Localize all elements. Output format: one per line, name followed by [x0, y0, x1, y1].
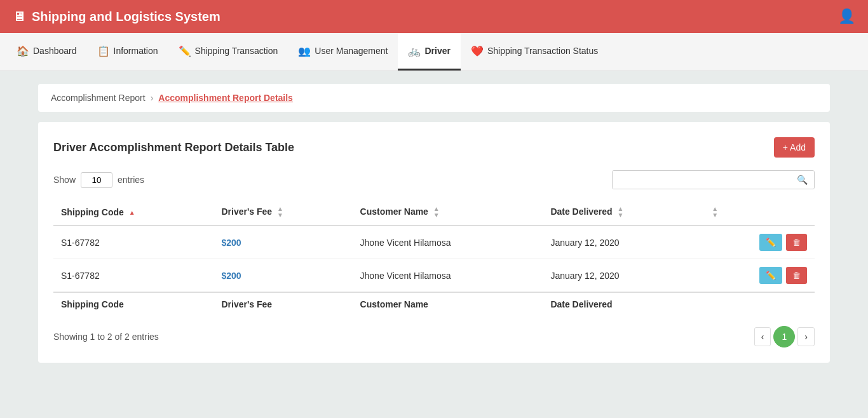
user-icon[interactable]: 👤 [838, 8, 855, 25]
action-buttons: ✏️ 🗑 [709, 234, 807, 251]
data-table: Shipping Code ▲ Driver's Fee ▲▼ Customer… [53, 199, 815, 316]
page-1-button[interactable]: 1 [773, 326, 795, 347]
cell-customer-name: Jhone Vicent Hilamosa [353, 259, 543, 293]
sort-drivers-fee[interactable]: ▲▼ [277, 206, 283, 219]
col-actions: ▲▼ [702, 199, 815, 226]
cell-shipping-code: S1-67782 [53, 259, 214, 293]
nav-label-user-management: User Management [315, 46, 388, 56]
nav-item-shipping-transaction[interactable]: ✏️ Shipping Transaction [168, 33, 288, 71]
col-shipping-code: Shipping Code ▲ [53, 199, 214, 226]
cell-actions: ✏️ 🗑 [702, 259, 815, 293]
table-footer: Shipping Code Driver's Fee Customer Name… [53, 292, 815, 316]
search-button[interactable]: 🔍 [790, 171, 814, 189]
list-icon: 📋 [97, 45, 110, 57]
nav-item-driver[interactable]: 🚲 Driver [398, 33, 460, 71]
footer-col-customer-name: Customer Name [353, 292, 543, 316]
cell-date-delivered: January 12, 2020 [543, 259, 702, 293]
breadcrumb-current[interactable]: Accomplishment Report Details [158, 93, 293, 103]
col-customer-name: Customer Name ▲▼ [353, 199, 543, 226]
header-row: Shipping Code ▲ Driver's Fee ▲▼ Customer… [53, 199, 815, 226]
breadcrumb: Accomplishment Report › Accomplishment R… [38, 84, 830, 112]
users-icon: 👥 [298, 45, 311, 57]
nav-label-shipping-transaction: Shipping Transaction [195, 46, 278, 56]
app-title: Shipping and Logistics System [32, 10, 220, 24]
next-page-button[interactable]: › [797, 327, 815, 346]
nav-item-information[interactable]: 📋 Information [87, 33, 168, 71]
nav-label-shipping-status: Shipping Transaction Status [487, 46, 598, 56]
col-drivers-fee: Driver's Fee ▲▼ [214, 199, 352, 226]
header: 🖥 Shipping and Logistics System 👤 [0, 0, 868, 33]
search-input[interactable] [613, 171, 790, 189]
edit-button[interactable]: ✏️ [759, 267, 782, 284]
bike-icon: 🚲 [408, 45, 421, 57]
table-body: S1-67782 $200 Jhone Vicent Hilamosa Janu… [53, 226, 815, 292]
show-label: Show [53, 175, 76, 185]
breadcrumb-parent[interactable]: Accomplishment Report [51, 93, 146, 103]
main-nav: 🏠 Dashboard 📋 Information ✏️ Shipping Tr… [0, 33, 868, 71]
add-button[interactable]: + Add [774, 137, 815, 158]
nav-label-driver: Driver [424, 46, 450, 56]
cell-drivers-fee: $200 [214, 259, 352, 293]
footer-col-drivers-fee: Driver's Fee [214, 292, 352, 316]
cell-shipping-code: S1-67782 [53, 226, 214, 259]
search-box: 🔍 [612, 170, 815, 189]
show-entries-input[interactable] [81, 172, 112, 188]
footer-row: Shipping Code Driver's Fee Customer Name… [53, 292, 815, 316]
home-icon: 🏠 [17, 45, 29, 57]
table-header: Shipping Code ▲ Driver's Fee ▲▼ Customer… [53, 199, 815, 226]
sort-date-delivered[interactable]: ▲▼ [618, 206, 624, 219]
main-content: Accomplishment Report › Accomplishment R… [0, 71, 868, 375]
table-controls: Show entries 🔍 [53, 170, 815, 189]
footer-col-shipping-code: Shipping Code [53, 292, 214, 316]
nav-label-information: Information [114, 46, 158, 56]
sort-customer-name[interactable]: ▲▼ [433, 206, 440, 219]
footer-col-date-delivered: Date Delivered [543, 292, 702, 316]
table-row: S1-67782 $200 Jhone Vicent Hilamosa Janu… [53, 259, 815, 293]
action-buttons: ✏️ 🗑 [709, 267, 807, 284]
header-title-group: 🖥 Shipping and Logistics System [13, 10, 220, 24]
drivers-fee-link[interactable]: $200 [221, 238, 241, 248]
heart-icon: ❤️ [471, 45, 484, 57]
col-date-delivered: Date Delivered ▲▼ [543, 199, 702, 226]
sort-shipping-code[interactable]: ▲ [129, 210, 135, 216]
breadcrumb-separator: › [151, 93, 154, 103]
cell-date-delivered: January 12, 2020 [543, 226, 702, 259]
entries-label: entries [118, 175, 144, 185]
prev-page-button[interactable]: ‹ [754, 327, 771, 346]
footer-col-actions [702, 292, 815, 316]
card-header: Driver Accomplishment Report Details Tab… [53, 137, 815, 158]
table-row: S1-67782 $200 Jhone Vicent Hilamosa Janu… [53, 226, 815, 259]
monitor-icon: 🖥 [13, 10, 25, 24]
pagination-controls: ‹ 1 › [754, 326, 815, 347]
nav-item-shipping-status[interactable]: ❤️ Shipping Transaction Status [461, 33, 608, 71]
cell-drivers-fee: $200 [214, 226, 352, 259]
nav-label-dashboard: Dashboard [33, 46, 77, 56]
pagination-row: Showing 1 to 2 of 2 entries ‹ 1 › [53, 326, 815, 347]
delete-button[interactable]: 🗑 [786, 234, 807, 251]
table-card: Driver Accomplishment Report Details Tab… [38, 122, 830, 363]
pagination-info: Showing 1 to 2 of 2 entries [53, 332, 159, 342]
edit-icon: ✏️ [179, 45, 191, 57]
edit-button[interactable]: ✏️ [759, 234, 782, 251]
delete-button[interactable]: 🗑 [786, 267, 807, 284]
cell-customer-name: Jhone Vicent Hilamosa [353, 226, 543, 259]
drivers-fee-link[interactable]: $200 [221, 271, 241, 281]
cell-actions: ✏️ 🗑 [702, 226, 815, 259]
table-title: Driver Accomplishment Report Details Tab… [53, 141, 294, 154]
show-entries-group: Show entries [53, 172, 144, 188]
nav-item-dashboard[interactable]: 🏠 Dashboard [6, 33, 87, 71]
nav-item-user-management[interactable]: 👥 User Management [288, 33, 398, 71]
sort-actions[interactable]: ▲▼ [712, 206, 718, 219]
